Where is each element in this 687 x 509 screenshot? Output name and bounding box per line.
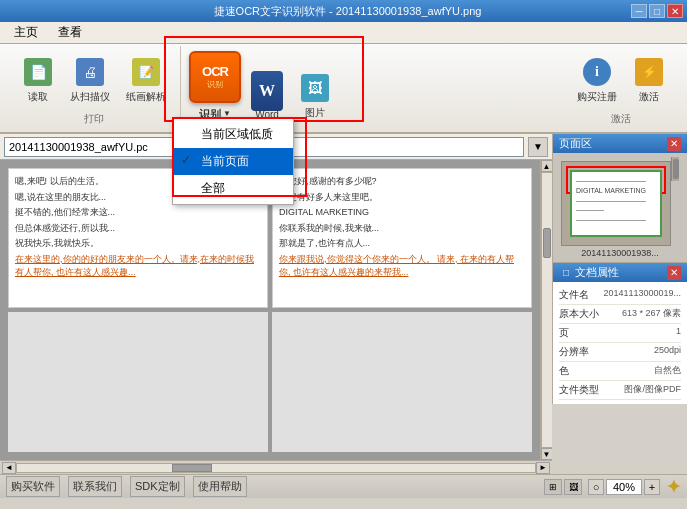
ocr-dropdown-arrow[interactable]: ▼ <box>223 109 231 118</box>
dropdown-item-page[interactable]: ✓ 当前页面 <box>173 148 293 175</box>
menu-item-home[interactable]: 主页 <box>4 22 48 43</box>
read-label: 读取 <box>28 90 48 104</box>
props-header-left: □ 文档属性 <box>559 265 619 280</box>
props-key-page: 页 <box>559 326 569 340</box>
menu-item-view[interactable]: 查看 <box>48 22 92 43</box>
dropdown-item-region-label: 当前区域低质 <box>201 127 273 141</box>
text-line-p2-4: 你联系我的时候,我来做... <box>279 222 525 236</box>
zoom-minus-btn[interactable]: ○ <box>588 479 604 495</box>
dropdown-item-region[interactable]: 当前区域低质 <box>173 121 293 148</box>
paper-icon-shape: 📝 <box>132 58 160 86</box>
doc-page-3 <box>8 312 268 452</box>
status-links: 购买软件 联系我们 SDK定制 使用帮助 <box>6 476 247 497</box>
ribbon: 📄 读取 🖨 从扫描仪 📝 纸画解析 打印 <box>0 44 687 134</box>
status-link-help[interactable]: 使用帮助 <box>193 476 247 497</box>
check-mark: ✓ <box>181 153 191 167</box>
status-right: ⊞ 🖼 ○ + ✦ <box>544 476 681 498</box>
preview-header: 页面区 ✕ <box>553 134 687 153</box>
text-line-3: 挺不错的,他们经常来这... <box>15 206 261 220</box>
status-bar: 购买软件 联系我们 SDK定制 使用帮助 ⊞ 🖼 ○ + ✦ <box>0 474 687 498</box>
props-val-filename: 20141113000019... <box>603 288 681 302</box>
title-bar: 捷速OCR文字识别软件 - 20141130001938_awfYU.png ─… <box>0 0 687 22</box>
props-collapse-btn[interactable]: □ <box>559 266 573 280</box>
doc-main-row: 嗯,来吧! 以后的生活。 嗯,说在这里的朋友比... 挺不错的,他们经常来这..… <box>0 160 552 460</box>
props-row-filetype: 文件类型 图像/图像PDF <box>559 381 681 400</box>
doc-dropdown-btn[interactable]: ▼ <box>528 137 548 157</box>
photo-icon-shape: 🖼 <box>301 74 329 102</box>
hscroll-thumb[interactable] <box>172 464 212 472</box>
activate-button[interactable]: ⚡ 激活 <box>627 54 671 106</box>
minimize-button[interactable]: ─ <box>631 4 647 18</box>
status-link-contact[interactable]: 联系我们 <box>68 476 122 497</box>
preview-line-4: ———— <box>576 205 656 215</box>
scan-label: 从扫描仪 <box>70 90 110 104</box>
read-button[interactable]: 📄 读取 <box>16 54 60 106</box>
dropdown-menu: 当前区域低质 ✓ 当前页面 全部 <box>172 118 294 205</box>
preview-line-5: —————————— <box>576 215 656 225</box>
dropdown-item-all[interactable]: 全部 <box>173 175 293 202</box>
horizontal-scrollbar[interactable]: ◄ ► <box>0 460 552 474</box>
activate-group-label: 激活 <box>611 112 631 126</box>
ribbon-group-ocr: OCR 识别 识别 ▼ W Word � <box>181 46 345 126</box>
text-line-highlighted: 在来这里的,你的的好的朋友来的一个人。请来,在来的时候我有人帮你, 也许有这人感… <box>15 253 261 280</box>
preview-image-name: 20141130001938... <box>581 248 659 258</box>
scroll-down-btn[interactable]: ▼ <box>541 448 553 460</box>
status-link-sdk[interactable]: SDK定制 <box>130 476 185 497</box>
props-key-filename: 文件名 <box>559 288 589 302</box>
status-icon-2[interactable]: 🖼 <box>564 479 582 495</box>
doc-pages: 嗯,来吧! 以后的生活。 嗯,说在这里的朋友比... 挺不错的,他们经常来这..… <box>0 160 540 460</box>
ribbon-activate-items: i 购买注册 ⚡ 激活 <box>571 54 671 106</box>
props-row-dpi: 分辨率 250dpi <box>559 343 681 362</box>
hscroll-track <box>16 463 536 473</box>
props-row-size: 原本大小 613 * 267 像素 <box>559 305 681 324</box>
scroll-thumb[interactable] <box>543 228 551 258</box>
dropdown-overlay: 当前区域低质 ✓ 当前页面 全部 <box>172 118 294 205</box>
activate-icon-shape: ⚡ <box>635 58 663 86</box>
buy-icon: i <box>581 56 613 88</box>
word-icon-shape: W <box>251 71 283 111</box>
ribbon-ocr-items: OCR 识别 识别 ▼ W Word � <box>189 51 337 122</box>
close-button[interactable]: ✕ <box>667 4 683 18</box>
ocr-btn-wrapper: OCR 识别 识别 ▼ <box>189 51 241 122</box>
ribbon-group-read: 📄 读取 🖨 从扫描仪 📝 纸画解析 打印 <box>8 46 181 126</box>
ribbon-read-items: 📄 读取 🖨 从扫描仪 📝 纸画解析 <box>16 54 172 106</box>
text-line-p2-highlighted: 你来跟我说,你觉得这个你来的一个人。 请来, 在来的有人帮你, 也许有这人感兴趣… <box>279 253 525 280</box>
main-area: ▼ 嗯,来吧! 以后的生活。 嗯,说在这里的朋友比... 挺不错的,他们经常来这… <box>0 134 687 474</box>
preview-title: 页面区 <box>559 136 592 151</box>
preview-green-region: —————————— DIGITAL MARKETING —————————— … <box>570 170 662 237</box>
status-icons: ⊞ 🖼 <box>544 479 582 495</box>
doc-page-2: 祝您好,感谢的有多少呢? 一定有好多人来这里吧。 DIGITAL MARKETI… <box>272 168 532 308</box>
props-key-filetype: 文件类型 <box>559 383 599 397</box>
scroll-up-btn[interactable]: ▲ <box>541 160 553 172</box>
preview-image-area: —————————— DIGITAL MARKETING —————————— … <box>561 157 679 246</box>
props-row-color: 色 自然色 <box>559 362 681 381</box>
buy-button[interactable]: i 购买注册 <box>571 54 623 106</box>
scan-button[interactable]: 🖨 从扫描仪 <box>64 54 116 106</box>
word-icon: W <box>251 75 283 107</box>
text-line-p2-5: 那就是了,也许有点人... <box>279 237 525 251</box>
props-val-filetype: 图像/图像PDF <box>624 383 681 397</box>
props-header: □ 文档属性 ✕ <box>553 263 687 282</box>
paper-button[interactable]: 📝 纸画解析 <box>120 54 172 106</box>
hscroll-left-btn[interactable]: ◄ <box>2 462 16 474</box>
dropdown-item-all-label: 全部 <box>201 181 225 195</box>
brand-icon: ✦ <box>666 476 681 498</box>
vertical-scrollbar[interactable]: ▲ ▼ <box>540 160 552 460</box>
ocr-icon-subtext: 识别 <box>207 79 223 90</box>
props-close-btn[interactable]: ✕ <box>667 266 681 280</box>
status-link-buy[interactable]: 购买软件 <box>6 476 60 497</box>
props-key-color: 色 <box>559 364 569 378</box>
preview-scroll-thumb[interactable] <box>673 159 679 179</box>
hscroll-right-btn[interactable]: ► <box>536 462 550 474</box>
word-button[interactable]: W Word <box>245 73 289 122</box>
preview-line-1: —————————— <box>576 176 656 186</box>
props-val-page: 1 <box>676 326 681 340</box>
preview-close-btn[interactable]: ✕ <box>667 137 681 151</box>
photo-button[interactable]: 🖼 图片 <box>293 70 337 122</box>
status-icon-1[interactable]: ⊞ <box>544 479 562 495</box>
zoom-plus-btn[interactable]: + <box>644 479 660 495</box>
preview-scrollbar[interactable] <box>671 157 679 181</box>
ocr-button[interactable]: OCR 识别 <box>189 51 241 103</box>
maximize-button[interactable]: □ <box>649 4 665 18</box>
zoom-input[interactable] <box>606 479 642 495</box>
